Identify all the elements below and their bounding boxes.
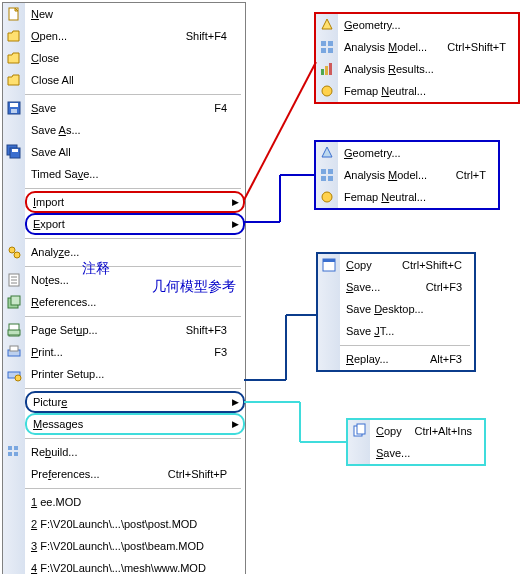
svg-point-20 [15, 375, 21, 381]
model-icon [316, 36, 338, 58]
shortcut: Shift+F4 [186, 30, 241, 42]
export-submenu: Geometry... Analysis Model...Ctrl+T Fema… [314, 140, 500, 210]
annotation-notes: 注释 [82, 260, 110, 278]
folder-icon [3, 69, 25, 91]
svg-point-33 [322, 86, 332, 96]
svg-rect-24 [14, 452, 18, 456]
svg-point-8 [14, 252, 20, 258]
shortcut: Ctrl+T [456, 169, 490, 181]
menu-recent-1[interactable]: 1 ee.MOD [25, 491, 245, 513]
svg-rect-16 [8, 330, 20, 335]
svg-rect-32 [329, 63, 332, 75]
menu-new[interactable]: New [25, 3, 245, 25]
export-femap-neutral[interactable]: Femap Neutral... [338, 186, 498, 208]
menu-analyze[interactable]: Analyze... [25, 241, 245, 263]
save-all-icon [3, 141, 25, 163]
picture-submenu: CopyCtrl+Shift+C Save...Ctrl+F3 Save Des… [316, 252, 476, 372]
menu-printer-setup[interactable]: Printer Setup... [25, 363, 245, 385]
menu-label: Printer Setup... [31, 368, 241, 380]
submenu-arrow-icon: ▶ [232, 398, 239, 407]
menu-timed-save[interactable]: Timed Save... [25, 163, 245, 185]
folder-icon [3, 47, 25, 69]
folder-open-icon [3, 25, 25, 47]
picture-copy[interactable]: CopyCtrl+Shift+C [340, 254, 474, 276]
shortcut: Ctrl+Shift+P [168, 468, 241, 480]
menu-export[interactable]: Export▶ [25, 213, 245, 235]
menu-picture[interactable]: Picture▶ [25, 391, 245, 413]
menu-label: Save All [31, 146, 241, 158]
svg-rect-6 [12, 149, 18, 152]
picture-save-jt[interactable]: Save JT... [340, 320, 474, 342]
shortcut: Ctrl+Alt+Ins [415, 425, 476, 437]
notes-icon [3, 269, 25, 291]
analyze-icon [3, 241, 25, 263]
svg-rect-41 [323, 259, 335, 262]
printer-setup-icon [3, 363, 25, 385]
submenu-arrow-icon: ▶ [232, 420, 239, 429]
page-setup-icon [3, 319, 25, 341]
menu-open[interactable]: Open...Shift+F4 [25, 25, 245, 47]
shortcut: Ctrl+F3 [426, 281, 466, 293]
svg-rect-14 [11, 296, 20, 305]
menu-messages[interactable]: Messages▶ [25, 413, 245, 435]
messages-copy[interactable]: CopyCtrl+Alt+Ins [370, 420, 484, 442]
svg-point-39 [322, 192, 332, 202]
picture-save[interactable]: Save...Ctrl+F3 [340, 276, 474, 298]
svg-marker-34 [322, 147, 332, 157]
rebuild-icon [3, 441, 25, 463]
export-analysis-model[interactable]: Analysis Model...Ctrl+T [338, 164, 498, 186]
copy-icon [348, 420, 370, 442]
svg-rect-37 [321, 176, 326, 181]
menu-save-as[interactable]: Save As... [25, 119, 245, 141]
model-icon [316, 164, 338, 186]
svg-rect-21 [8, 446, 12, 450]
svg-rect-26 [321, 41, 326, 46]
menu-label: Close All [31, 74, 241, 86]
picture-save-desktop[interactable]: Save Desktop... [340, 298, 474, 320]
submenu-arrow-icon: ▶ [232, 220, 239, 229]
svg-rect-28 [321, 48, 326, 53]
menu-rebuild[interactable]: Rebuild... [25, 441, 245, 463]
menu-recent-4[interactable]: 4 F:\V20Launch\...\mesh\www.MOD [25, 557, 245, 574]
import-geometry[interactable]: Geometry... [338, 14, 518, 36]
new-icon [3, 3, 25, 25]
results-icon [316, 58, 338, 80]
shortcut: F4 [214, 102, 241, 114]
shortcut: F3 [214, 346, 241, 358]
svg-rect-29 [328, 48, 333, 53]
save-icon [3, 97, 25, 119]
menu-page-setup[interactable]: Page Setup...Shift+F3 [25, 319, 245, 341]
export-geometry[interactable]: Geometry... [338, 142, 498, 164]
menu-save-all[interactable]: Save All [25, 141, 245, 163]
menu-preferences[interactable]: Preferences...Ctrl+Shift+P [25, 463, 245, 485]
geometry-icon [316, 14, 338, 36]
import-submenu: Geometry... Analysis Model...Ctrl+Shift+… [314, 12, 520, 104]
import-analysis-model[interactable]: Analysis Model...Ctrl+Shift+T [338, 36, 518, 58]
references-icon [3, 291, 25, 313]
shortcut: Ctrl+Shift+T [447, 41, 510, 53]
shortcut: Ctrl+Shift+C [402, 259, 466, 271]
svg-rect-3 [11, 109, 17, 113]
svg-rect-31 [325, 66, 328, 75]
menu-close-all[interactable]: Close All [25, 69, 245, 91]
menu-recent-2[interactable]: 2 F:\V20Launch\...\post\post.MOD [25, 513, 245, 535]
menu-close[interactable]: Close [25, 47, 245, 69]
svg-rect-36 [328, 169, 333, 174]
menu-import[interactable]: Import▶ [25, 191, 245, 213]
svg-rect-23 [8, 452, 12, 456]
print-icon [3, 341, 25, 363]
svg-rect-27 [328, 41, 333, 46]
import-analysis-results[interactable]: Analysis Results... [338, 58, 518, 80]
svg-rect-35 [321, 169, 326, 174]
annotation-references: 几何模型参考 [152, 278, 236, 296]
svg-marker-25 [322, 19, 332, 29]
menu-recent-3[interactable]: 3 F:\V20Launch\...\post\beam.MOD [25, 535, 245, 557]
messages-submenu: CopyCtrl+Alt+Ins Save... [346, 418, 486, 466]
neutral-icon [316, 80, 338, 102]
submenu-arrow-icon: ▶ [232, 198, 239, 207]
picture-replay[interactable]: Replay...Alt+F3 [340, 348, 474, 370]
menu-save[interactable]: SaveF4 [25, 97, 245, 119]
import-femap-neutral[interactable]: Femap Neutral... [338, 80, 518, 102]
menu-print[interactable]: Print...F3 [25, 341, 245, 363]
messages-save[interactable]: Save... [370, 442, 484, 464]
